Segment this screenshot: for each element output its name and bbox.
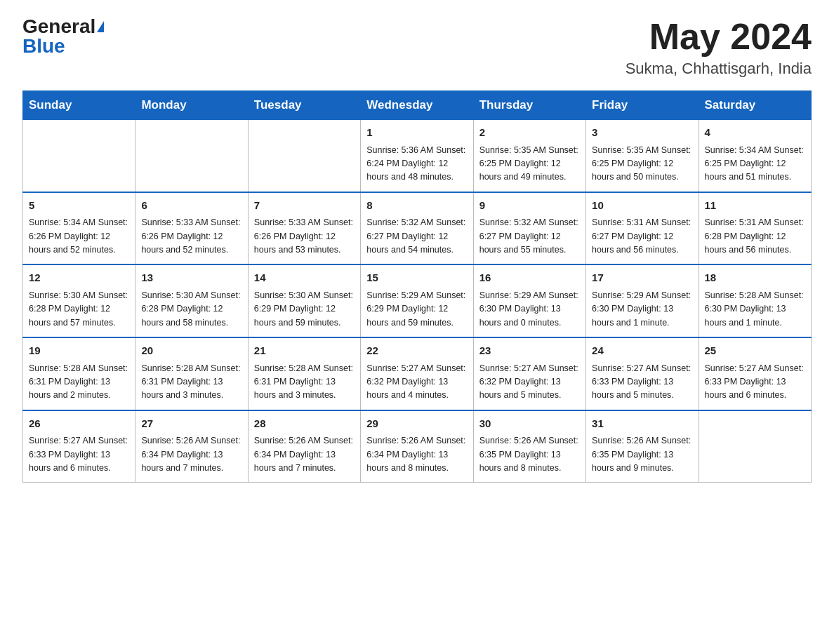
day-info: Sunrise: 5:28 AM Sunset: 6:31 PM Dayligh… bbox=[141, 362, 241, 403]
day-info: Sunrise: 5:28 AM Sunset: 6:31 PM Dayligh… bbox=[29, 362, 129, 403]
day-number: 1 bbox=[366, 125, 467, 141]
day-info: Sunrise: 5:33 AM Sunset: 6:26 PM Dayligh… bbox=[141, 216, 241, 257]
day-number: 27 bbox=[141, 416, 241, 432]
day-info: Sunrise: 5:26 AM Sunset: 6:34 PM Dayligh… bbox=[254, 434, 355, 475]
title-block: May 2024 Sukma, Chhattisgarh, India bbox=[626, 17, 812, 78]
logo-blue-text: Blue bbox=[22, 36, 65, 56]
day-info: Sunrise: 5:30 AM Sunset: 6:28 PM Dayligh… bbox=[141, 289, 241, 330]
table-row: 13Sunrise: 5:30 AM Sunset: 6:28 PM Dayli… bbox=[135, 264, 248, 337]
day-number: 12 bbox=[29, 270, 129, 286]
table-row: 11Sunrise: 5:31 AM Sunset: 6:28 PM Dayli… bbox=[699, 192, 811, 265]
day-info: Sunrise: 5:26 AM Sunset: 6:35 PM Dayligh… bbox=[479, 434, 580, 475]
week-row-1: 1Sunrise: 5:36 AM Sunset: 6:24 PM Daylig… bbox=[23, 120, 812, 192]
header-saturday: Saturday bbox=[699, 91, 811, 120]
table-row: 28Sunrise: 5:26 AM Sunset: 6:34 PM Dayli… bbox=[248, 410, 360, 483]
table-row: 1Sunrise: 5:36 AM Sunset: 6:24 PM Daylig… bbox=[361, 120, 473, 192]
day-number: 11 bbox=[705, 198, 805, 214]
day-info: Sunrise: 5:28 AM Sunset: 6:31 PM Dayligh… bbox=[254, 362, 355, 403]
day-number: 25 bbox=[705, 343, 805, 359]
day-number: 20 bbox=[141, 343, 241, 359]
table-row: 18Sunrise: 5:28 AM Sunset: 6:30 PM Dayli… bbox=[699, 264, 811, 337]
day-number: 13 bbox=[141, 270, 241, 286]
day-number: 23 bbox=[479, 343, 580, 359]
day-number: 17 bbox=[592, 270, 692, 286]
day-number: 14 bbox=[254, 270, 355, 286]
page-title: May 2024 bbox=[626, 17, 812, 57]
logo-triangle-icon bbox=[97, 21, 104, 32]
day-number: 10 bbox=[592, 198, 692, 214]
table-row: 14Sunrise: 5:30 AM Sunset: 6:29 PM Dayli… bbox=[248, 264, 360, 337]
day-number: 5 bbox=[29, 198, 129, 214]
header-monday: Monday bbox=[135, 91, 248, 120]
day-number: 16 bbox=[479, 270, 580, 286]
week-row-4: 19Sunrise: 5:28 AM Sunset: 6:31 PM Dayli… bbox=[23, 337, 812, 410]
day-info: Sunrise: 5:29 AM Sunset: 6:30 PM Dayligh… bbox=[479, 289, 580, 330]
day-info: Sunrise: 5:28 AM Sunset: 6:30 PM Dayligh… bbox=[705, 289, 805, 330]
day-info: Sunrise: 5:35 AM Sunset: 6:25 PM Dayligh… bbox=[479, 144, 580, 185]
day-number: 7 bbox=[254, 198, 355, 214]
day-info: Sunrise: 5:26 AM Sunset: 6:34 PM Dayligh… bbox=[141, 434, 241, 475]
day-info: Sunrise: 5:34 AM Sunset: 6:26 PM Dayligh… bbox=[29, 216, 129, 257]
day-info: Sunrise: 5:30 AM Sunset: 6:28 PM Dayligh… bbox=[29, 289, 129, 330]
table-row: 31Sunrise: 5:26 AM Sunset: 6:35 PM Dayli… bbox=[586, 410, 699, 483]
day-number: 21 bbox=[254, 343, 355, 359]
day-number: 3 bbox=[592, 125, 692, 141]
logo: General Blue bbox=[22, 17, 104, 56]
day-info: Sunrise: 5:27 AM Sunset: 6:32 PM Dayligh… bbox=[366, 362, 467, 403]
day-info: Sunrise: 5:33 AM Sunset: 6:26 PM Dayligh… bbox=[254, 216, 355, 257]
day-number: 26 bbox=[29, 416, 129, 432]
table-row: 30Sunrise: 5:26 AM Sunset: 6:35 PM Dayli… bbox=[473, 410, 585, 483]
day-info: Sunrise: 5:30 AM Sunset: 6:29 PM Dayligh… bbox=[254, 289, 355, 330]
page-header: General Blue May 2024 Sukma, Chhattisgar… bbox=[22, 17, 812, 78]
table-row: 5Sunrise: 5:34 AM Sunset: 6:26 PM Daylig… bbox=[23, 192, 135, 265]
day-info: Sunrise: 5:31 AM Sunset: 6:28 PM Dayligh… bbox=[705, 216, 805, 257]
header-friday: Friday bbox=[586, 91, 699, 120]
day-number: 8 bbox=[366, 198, 467, 214]
day-info: Sunrise: 5:32 AM Sunset: 6:27 PM Dayligh… bbox=[366, 216, 467, 257]
day-number: 28 bbox=[254, 416, 355, 432]
table-row: 4Sunrise: 5:34 AM Sunset: 6:25 PM Daylig… bbox=[699, 120, 811, 192]
table-row: 23Sunrise: 5:27 AM Sunset: 6:32 PM Dayli… bbox=[473, 337, 585, 410]
table-row: 9Sunrise: 5:32 AM Sunset: 6:27 PM Daylig… bbox=[473, 192, 585, 265]
day-info: Sunrise: 5:31 AM Sunset: 6:27 PM Dayligh… bbox=[592, 216, 692, 257]
day-info: Sunrise: 5:29 AM Sunset: 6:30 PM Dayligh… bbox=[592, 289, 692, 330]
day-number: 4 bbox=[705, 125, 805, 141]
table-row: 17Sunrise: 5:29 AM Sunset: 6:30 PM Dayli… bbox=[586, 264, 699, 337]
table-row bbox=[248, 120, 360, 192]
day-number: 2 bbox=[479, 125, 580, 141]
table-row: 21Sunrise: 5:28 AM Sunset: 6:31 PM Dayli… bbox=[248, 337, 360, 410]
page-subtitle: Sukma, Chhattisgarh, India bbox=[626, 60, 812, 78]
table-row: 6Sunrise: 5:33 AM Sunset: 6:26 PM Daylig… bbox=[135, 192, 248, 265]
day-info: Sunrise: 5:27 AM Sunset: 6:32 PM Dayligh… bbox=[479, 362, 580, 403]
day-number: 9 bbox=[479, 198, 580, 214]
table-row: 24Sunrise: 5:27 AM Sunset: 6:33 PM Dayli… bbox=[586, 337, 699, 410]
day-info: Sunrise: 5:32 AM Sunset: 6:27 PM Dayligh… bbox=[479, 216, 580, 257]
table-row: 27Sunrise: 5:26 AM Sunset: 6:34 PM Dayli… bbox=[135, 410, 248, 483]
day-number: 6 bbox=[141, 198, 241, 214]
table-row: 7Sunrise: 5:33 AM Sunset: 6:26 PM Daylig… bbox=[248, 192, 360, 265]
logo-general-text: General bbox=[22, 17, 95, 36]
day-number: 29 bbox=[366, 416, 467, 432]
table-row: 22Sunrise: 5:27 AM Sunset: 6:32 PM Dayli… bbox=[361, 337, 473, 410]
table-row: 29Sunrise: 5:26 AM Sunset: 6:34 PM Dayli… bbox=[361, 410, 473, 483]
day-number: 19 bbox=[29, 343, 129, 359]
day-number: 31 bbox=[592, 416, 692, 432]
table-row: 26Sunrise: 5:27 AM Sunset: 6:33 PM Dayli… bbox=[23, 410, 135, 483]
day-number: 24 bbox=[592, 343, 692, 359]
table-row bbox=[699, 410, 811, 483]
day-info: Sunrise: 5:36 AM Sunset: 6:24 PM Dayligh… bbox=[366, 144, 467, 185]
table-row: 2Sunrise: 5:35 AM Sunset: 6:25 PM Daylig… bbox=[473, 120, 585, 192]
header-sunday: Sunday bbox=[23, 91, 135, 120]
header-tuesday: Tuesday bbox=[248, 91, 360, 120]
calendar-table: SundayMondayTuesdayWednesdayThursdayFrid… bbox=[22, 90, 812, 483]
day-info: Sunrise: 5:34 AM Sunset: 6:25 PM Dayligh… bbox=[705, 144, 805, 185]
table-row bbox=[23, 120, 135, 192]
day-number: 22 bbox=[366, 343, 467, 359]
day-info: Sunrise: 5:35 AM Sunset: 6:25 PM Dayligh… bbox=[592, 144, 692, 185]
table-row: 19Sunrise: 5:28 AM Sunset: 6:31 PM Dayli… bbox=[23, 337, 135, 410]
day-info: Sunrise: 5:29 AM Sunset: 6:29 PM Dayligh… bbox=[366, 289, 467, 330]
table-row: 12Sunrise: 5:30 AM Sunset: 6:28 PM Dayli… bbox=[23, 264, 135, 337]
day-number: 15 bbox=[366, 270, 467, 286]
header-thursday: Thursday bbox=[473, 91, 585, 120]
table-row: 10Sunrise: 5:31 AM Sunset: 6:27 PM Dayli… bbox=[586, 192, 699, 265]
